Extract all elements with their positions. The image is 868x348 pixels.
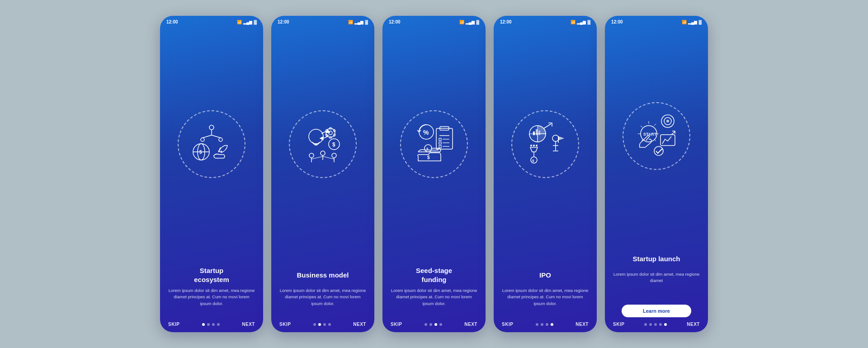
svg-point-11 [309, 129, 323, 144]
battery-icon-2: ▓ [365, 20, 368, 24]
screen-body-2: Lorem ipsum dolor sit dim amet, mea regi… [279, 287, 366, 317]
status-icons-3: 📶 ▂▄▆ ▓ [459, 20, 479, 24]
dot-5-4 [659, 323, 662, 326]
dots-1 [202, 323, 220, 326]
signal-icon-5: ▂▄▆ [688, 20, 697, 24]
svg-point-26 [321, 151, 325, 155]
dot-2-3 [323, 323, 326, 326]
status-bar-3: 12:00 📶 ▂▄▆ ▓ [382, 16, 486, 26]
screen-body-4: Lorem ipsum dolor sit dim amet, mea regi… [502, 287, 589, 317]
status-time-1: 12:00 [166, 19, 178, 24]
skip-button-1[interactable]: SKIP [168, 322, 179, 327]
svg-line-76 [641, 126, 642, 127]
svg-point-66 [666, 120, 669, 122]
dots-3 [425, 323, 442, 326]
dashed-circle-2: $ [289, 110, 357, 178]
dots-4 [536, 323, 553, 326]
battery-icon: ▓ [254, 20, 257, 24]
content-area-5: Startup launch Lorem ipsum dolor sit dim… [605, 246, 708, 317]
svg-line-68 [671, 132, 675, 135]
nav-bar-1: SKIP NEXT [160, 317, 263, 332]
screens-container: 12:00 📶 ▂▄▆ ▓ $ [160, 16, 708, 332]
content-area-4: IPO Lorem ipsum dolor sit dim amet, mea … [494, 262, 597, 317]
illustration-area-5: START [605, 26, 708, 246]
screen-startup-launch: 12:00 📶 ▂▄▆ ▓ START [605, 16, 708, 332]
screen-body-1: Lorem ipsum dolor sit dim amet, mea regi… [168, 287, 255, 317]
svg-point-61 [536, 145, 538, 146]
dot-5-5 [664, 323, 667, 326]
dot-4-3 [546, 323, 548, 326]
signal-icon-2: ▂▄▆ [354, 20, 363, 24]
seed-funding-icon: % $ [409, 119, 459, 169]
svg-point-59 [530, 145, 532, 146]
dot-2-4 [328, 323, 331, 326]
wifi-icon-2: 📶 [348, 20, 353, 24]
signal-icon-4: ▂▄▆ [577, 20, 586, 24]
svg-point-6 [201, 138, 204, 141]
status-time-5: 12:00 [611, 19, 623, 24]
next-button-2[interactable]: NEXT [353, 322, 366, 327]
status-icons-2: 📶 ▂▄▆ ▓ [348, 20, 368, 24]
svg-point-28 [332, 153, 336, 158]
status-icons-4: 📶 ▂▄▆ ▓ [571, 20, 590, 24]
nav-bar-5: SKIP NEXT [605, 317, 708, 332]
status-bar-2: 12:00 📶 ▂▄▆ ▓ [271, 16, 374, 26]
wifi-icon-4: 📶 [571, 20, 576, 24]
content-area-3: Seed-stagefunding Lorem ipsum dolor sit … [382, 262, 486, 317]
screen-title-5: Startup launch [613, 250, 700, 268]
dot-5-2 [649, 323, 652, 326]
next-button-4[interactable]: NEXT [576, 322, 589, 327]
learn-more-button[interactable]: Learn more [622, 305, 691, 317]
screen-title-2: Business model [279, 267, 366, 284]
svg-line-71 [654, 124, 656, 126]
dot-2-2 [318, 323, 321, 326]
signal-icon-3: ▂▄▆ [466, 20, 475, 24]
dot-2-1 [313, 323, 316, 326]
svg-point-69 [654, 146, 663, 155]
content-area-2: Business model Lorem ipsum dolor sit dim… [271, 262, 374, 317]
status-icons-1: 📶 ▂▄▆ ▓ [237, 20, 257, 24]
skip-button-3[interactable]: SKIP [391, 322, 402, 327]
svg-line-8 [203, 135, 212, 138]
screen-startup-ecosystem: 12:00 📶 ▂▄▆ ▓ $ [160, 16, 263, 332]
svg-rect-39 [439, 142, 441, 144]
svg-text:%: % [423, 129, 429, 136]
svg-rect-47 [533, 132, 535, 135]
skip-button-4[interactable]: SKIP [502, 322, 513, 327]
dot-3-2 [429, 323, 432, 326]
skip-button-5[interactable]: SKIP [613, 322, 624, 327]
svg-text:$: $ [332, 141, 335, 148]
dot-3-4 [439, 323, 442, 326]
dot-1-1 [202, 323, 205, 326]
next-button-1[interactable]: NEXT [242, 322, 255, 327]
business-model-icon: $ [298, 119, 348, 169]
dot-5-3 [654, 323, 657, 326]
screen-business-model: 12:00 📶 ▂▄▆ ▓ [271, 16, 374, 332]
ipo-icon: $ [520, 119, 570, 169]
illustration-area-1: $ [160, 26, 263, 262]
dashed-circle-3: % $ [400, 110, 468, 178]
svg-rect-67 [660, 135, 675, 146]
dot-5-1 [644, 323, 647, 326]
next-button-3[interactable]: NEXT [464, 322, 477, 327]
illustration-area-4: $ [494, 26, 597, 262]
status-time-2: 12:00 [278, 19, 289, 24]
battery-icon-4: ▓ [587, 20, 590, 24]
signal-icon: ▂▄▆ [243, 20, 252, 24]
skip-button-2[interactable]: SKIP [279, 322, 291, 327]
screen-title-4: IPO [502, 267, 589, 284]
status-bar-4: 12:00 📶 ▂▄▆ ▓ [494, 16, 597, 26]
illustration-area-2: $ [271, 26, 374, 262]
svg-text:$: $ [199, 150, 202, 155]
svg-text:$: $ [426, 147, 429, 151]
svg-line-50 [544, 124, 551, 128]
next-button-5[interactable]: NEXT [687, 322, 700, 327]
svg-point-15 [329, 131, 332, 135]
svg-line-73 [654, 139, 656, 141]
dashed-circle-5: START [623, 102, 690, 170]
dot-1-2 [207, 323, 210, 326]
dot-4-1 [536, 323, 538, 326]
svg-point-24 [309, 153, 314, 158]
svg-point-51 [552, 135, 559, 141]
nav-bar-3: SKIP NEXT [382, 317, 486, 332]
